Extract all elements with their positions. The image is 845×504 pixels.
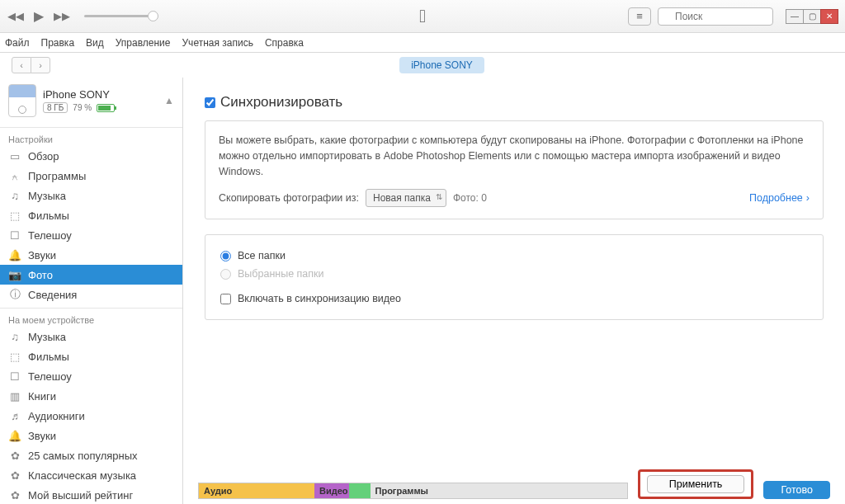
menu-view[interactable]: Вид (86, 37, 104, 49)
prev-button[interactable]: ◀◀ (7, 7, 25, 26)
menu-edit[interactable]: Правка (41, 37, 75, 49)
chevron-right-icon: › (806, 191, 810, 206)
sidebar-item-label: Телешоу (28, 229, 72, 242)
sidebar-item-Классическая музыка[interactable]: ✿Классическая музыка (0, 465, 182, 485)
sidebar-item-label: Звуки (28, 249, 56, 261)
sidebar-icon: ♬ (8, 409, 21, 422)
sidebar-item-label: Обзор (28, 150, 59, 163)
sidebar-icon: ♫ (8, 189, 21, 202)
sidebar-icon: ▥ (8, 389, 21, 403)
sidebar-item-label: Телешоу (28, 370, 72, 383)
volume-slider[interactable] (84, 15, 158, 17)
sidebar-item-Телешоу[interactable]: ☐Телешоу (0, 366, 182, 386)
window-maximize-button[interactable]: ▢ (803, 9, 821, 24)
sync-checkbox[interactable] (205, 97, 215, 108)
device-chip[interactable]: iPhone SONY (399, 57, 484, 73)
sidebar-item-Звуки[interactable]: 🔔Звуки (0, 245, 182, 265)
sidebar-icon: ♫ (8, 330, 21, 343)
storage-bar: Аудио Видео Программы (198, 483, 628, 499)
sidebar-item-label: Фото (28, 269, 53, 281)
nav-back-button[interactable]: ‹ (12, 57, 31, 73)
opt-all-folders[interactable]: Все папки (220, 247, 808, 265)
next-button[interactable]: ▶▶ (53, 7, 71, 26)
sidebar-icon: ☐ (8, 370, 21, 383)
sidebar-icon: ✿ (8, 449, 21, 462)
done-button[interactable]: Готово (763, 481, 830, 499)
sidebar-item-Фильмы[interactable]: ⬚Фильмы (0, 205, 182, 225)
sync-title: Синхронизировать (220, 94, 342, 111)
sidebar-icon: 📷 (8, 268, 21, 281)
sidebar-icon: ⓘ (8, 288, 21, 301)
top-toolbar: ◀◀ ▶ ▶▶  ≡ 🔍 — ▢ ✕ (0, 0, 845, 33)
sidebar-item-label: Фильмы (28, 351, 69, 363)
sidebar-item-label: Музыка (28, 190, 66, 202)
menu-bar: Файл Правка Вид Управление Учетная запис… (0, 33, 845, 53)
storage-seg-audio: Аудио (199, 483, 314, 498)
storage-seg-apps: Программы (371, 483, 627, 498)
list-view-button[interactable]: ≡ (628, 7, 651, 26)
sidebar-item-Сведения[interactable]: ⓘСведения (0, 285, 182, 304)
folder-select[interactable]: Новая папка (366, 189, 446, 207)
sidebar-item-25 самых популярных[interactable]: ✿25 самых популярных (0, 445, 182, 465)
window-close-button[interactable]: ✕ (820, 9, 838, 24)
sidebar-item-Фото[interactable]: 📷Фото (0, 265, 182, 285)
sidebar-item-Обзор[interactable]: ▭Обзор (0, 146, 182, 166)
sidebar-item-Телешоу[interactable]: ☐Телешоу (0, 225, 182, 245)
menu-controls[interactable]: Управление (116, 37, 171, 49)
copy-from-label: Скопировать фотографии из: (219, 191, 359, 206)
sidebar-item-Мой высший рейтинг[interactable]: ✿Мой высший рейтинг (0, 485, 182, 504)
sidebar-item-Книги[interactable]: ▥Книги (0, 386, 182, 406)
play-button[interactable]: ▶ (30, 7, 48, 26)
sidebar-icon: 🔔 (8, 248, 21, 261)
device-thumbnail-icon (8, 84, 36, 117)
sidebar-header-settings: Настройки (0, 131, 182, 146)
nav-forward-button[interactable]: › (31, 57, 50, 73)
playback-controls: ◀◀ ▶ ▶▶ (7, 7, 158, 26)
sidebar-item-Аудиокниги[interactable]: ♬Аудиокниги (0, 406, 182, 426)
options-box: Все папки Выбранные папки Включать в син… (205, 234, 824, 320)
more-link[interactable]: Подробнее › (749, 191, 810, 206)
sidebar-icon: ☐ (8, 228, 21, 242)
sidebar-item-label: Фильмы (28, 210, 69, 222)
apple-logo-icon:  (419, 6, 426, 27)
sidebar-item-label: Звуки (28, 430, 56, 442)
apply-button[interactable]: Применить (647, 475, 745, 493)
menu-file[interactable]: Файл (5, 37, 30, 49)
opt-include-video[interactable]: Включать в синхронизацию видео (220, 290, 808, 308)
bottom-bar: Аудио Видео Программы Применить Готово (183, 469, 845, 504)
sidebar-icon: ✿ (8, 469, 21, 482)
sidebar: iPhone SONY 8 ГБ 79 % ▲ Настройки ▭Обзор… (0, 78, 183, 504)
storage-seg-photo (349, 483, 371, 498)
sidebar-item-Программы[interactable]: ⍲Программы (0, 166, 182, 186)
menu-account[interactable]: Учетная запись (182, 37, 253, 49)
content-pane: Синхронизировать Вы можете выбрать, каки… (183, 78, 845, 504)
photo-count: Фото: 0 (453, 191, 487, 205)
sidebar-item-label: Сведения (28, 289, 77, 301)
sidebar-item-label: 25 самых популярных (28, 450, 138, 462)
nav-row: ‹ › iPhone SONY (0, 53, 845, 78)
device-capacity: 8 ГБ (43, 102, 68, 113)
sidebar-item-Музыка[interactable]: ♫Музыка (0, 186, 182, 205)
sidebar-item-label: Аудиокниги (28, 410, 85, 422)
sidebar-item-Фильмы[interactable]: ⬚Фильмы (0, 346, 182, 366)
sidebar-item-Музыка[interactable]: ♫Музыка (0, 327, 182, 346)
apply-highlight: Применить (638, 469, 754, 499)
window-minimize-button[interactable]: — (786, 9, 804, 24)
sidebar-header-device: На моем устройстве (0, 312, 182, 327)
sidebar-icon: ⬚ (8, 209, 21, 222)
sidebar-item-label: Программы (28, 170, 86, 182)
sidebar-item-Звуки[interactable]: 🔔Звуки (0, 426, 182, 445)
sidebar-item-label: Книги (28, 390, 56, 403)
opt-selected-folders: Выбранные папки (220, 265, 808, 283)
storage-seg-video: Видео (314, 483, 349, 498)
eject-icon[interactable]: ▲ (164, 95, 174, 106)
search-input[interactable] (658, 7, 773, 26)
sidebar-item-label: Музыка (28, 331, 66, 343)
sidebar-icon: ✿ (8, 488, 21, 502)
menu-help[interactable]: Справка (265, 37, 304, 49)
device-block[interactable]: iPhone SONY 8 ГБ 79 % ▲ (0, 78, 182, 124)
info-text: Вы можете выбрать, какие фотографии с ко… (219, 133, 810, 179)
sidebar-item-label: Мой высший рейтинг (28, 489, 133, 502)
device-name: iPhone SONY (43, 88, 154, 101)
battery-percent: 79 % (73, 103, 92, 112)
